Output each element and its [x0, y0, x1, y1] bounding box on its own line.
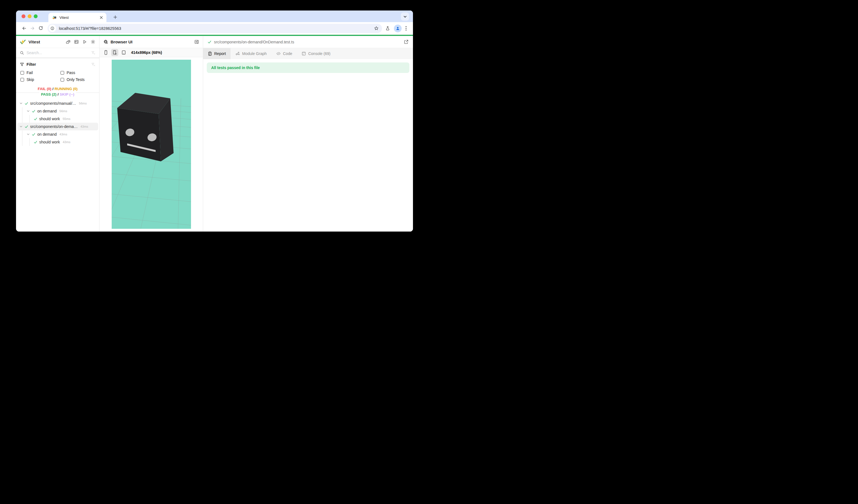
- test-label: on demand: [37, 109, 57, 113]
- test-file-path: src/components/on-demand/OnDemand.test.t…: [214, 40, 401, 44]
- new-tab-button[interactable]: [111, 13, 119, 21]
- device-mobile-plus-icon[interactable]: [111, 49, 118, 56]
- tab-module-graph[interactable]: Module Graph: [231, 48, 271, 59]
- chevron-down-icon[interactable]: [19, 125, 23, 128]
- dock-panel-right-icon[interactable]: [194, 39, 199, 44]
- test-label: should work: [39, 117, 60, 121]
- test-duration: 43ms: [63, 140, 70, 144]
- robot-cube: [117, 93, 174, 161]
- viewport-area: [99, 57, 203, 231]
- device-tablet-icon[interactable]: [120, 49, 127, 56]
- filter-checkbox-only-tests[interactable]: Only Tests: [61, 77, 95, 82]
- checkbox[interactable]: [61, 71, 64, 75]
- tab-code[interactable]: Code: [271, 48, 297, 59]
- collapse-tests-icon[interactable]: [66, 39, 70, 44]
- report-tabs: Report Module Graph Code: [203, 48, 413, 59]
- fail-count: FAIL (0): [38, 87, 51, 91]
- test-duration: 56ms: [60, 110, 67, 113]
- chevron-down-icon[interactable]: [19, 102, 23, 105]
- filter-section: Filter Fail Pass Skip Only Tests: [16, 58, 99, 82]
- clear-search-filter-icon[interactable]: [91, 51, 95, 55]
- run-all-icon[interactable]: [82, 39, 87, 44]
- close-tab-icon[interactable]: [99, 15, 104, 20]
- test-duration: 43ms: [60, 133, 67, 136]
- test-label: src/components/on-dema…: [30, 124, 78, 129]
- tree-row-test[interactable]: should work 43ms: [16, 138, 99, 146]
- report-clipboard-icon: [208, 51, 212, 56]
- tree-row-file-selected[interactable]: src/components/on-dema… 43ms: [17, 123, 98, 130]
- tab-strip: Vitest: [16, 11, 413, 22]
- app-title: Vitest: [29, 39, 64, 45]
- tab-label: Console (69): [308, 51, 330, 56]
- chevron-down-icon[interactable]: [27, 133, 30, 136]
- theme-toggle-sun-icon[interactable]: [91, 39, 95, 44]
- module-graph-icon: [235, 51, 240, 56]
- skip-count: SKIP (--): [60, 92, 74, 96]
- file-pass-check-icon: [208, 40, 211, 44]
- url-text[interactable]: localhost:5173/#/?file=1828625563: [59, 26, 372, 31]
- clear-filters-icon[interactable]: [91, 63, 95, 67]
- menu-dots-icon[interactable]: [406, 26, 407, 31]
- tab-title: Vitest: [60, 15, 99, 20]
- tree-row-test[interactable]: should work 55ms: [16, 115, 99, 123]
- bookmark-star-icon[interactable]: [372, 25, 380, 32]
- filter-checkbox-pass[interactable]: Pass: [61, 70, 95, 75]
- code-icon: [276, 52, 281, 55]
- checkbox[interactable]: [61, 78, 64, 82]
- tree-row-suite[interactable]: on demand 56ms: [16, 107, 99, 115]
- filter-label: Fail: [27, 70, 33, 75]
- checkbox[interactable]: [20, 78, 24, 82]
- vitest-logo-icon: [20, 39, 26, 45]
- screen: Vitest: [0, 0, 429, 252]
- device-toolbar: 414x896px (68%): [99, 48, 203, 57]
- report-panel: src/components/on-demand/OnDemand.test.t…: [203, 36, 413, 231]
- filter-options: Fail Pass Skip Only Tests: [20, 70, 95, 82]
- zoom-window-button[interactable]: [34, 14, 37, 18]
- browser-tab[interactable]: Vitest: [48, 13, 107, 22]
- funnel-icon: [20, 63, 24, 67]
- tab-search-chevron-icon[interactable]: [401, 13, 409, 21]
- favicon: [52, 15, 57, 20]
- back-icon[interactable]: [20, 24, 28, 33]
- checkbox[interactable]: [20, 71, 24, 75]
- test-label: on demand: [37, 132, 57, 136]
- vitest-ui: Vitest: [16, 36, 413, 231]
- forward-icon[interactable]: [28, 24, 36, 33]
- tree-row-file[interactable]: src/components/manual/… 56ms: [16, 99, 99, 107]
- toolbar-actions: [385, 25, 407, 32]
- running-count: RUNNING (0): [54, 87, 77, 91]
- address-bar[interactable]: localhost:5173/#/?file=1828625563: [48, 24, 382, 33]
- profile-avatar[interactable]: [394, 25, 402, 32]
- tree-row-suite[interactable]: on demand 43ms: [16, 130, 99, 138]
- search-icon: [20, 51, 24, 55]
- device-mobile-small-icon[interactable]: [102, 49, 109, 56]
- minimize-window-button[interactable]: [28, 14, 32, 18]
- refresh-icon[interactable]: [36, 24, 45, 33]
- test-duration: 56ms: [79, 102, 87, 105]
- pass-check-icon: [34, 117, 37, 121]
- sidebar: Vitest: [16, 36, 99, 231]
- pass-check-icon: [34, 140, 37, 144]
- preview-header: Browser UI: [99, 36, 203, 48]
- site-info-icon[interactable]: [49, 25, 56, 32]
- search-input[interactable]: [27, 51, 89, 55]
- tab-report[interactable]: Report: [203, 48, 231, 59]
- close-window-button[interactable]: [21, 14, 26, 18]
- test-duration: 55ms: [63, 117, 70, 120]
- sidebar-header: Vitest: [16, 36, 99, 48]
- tab-console[interactable]: Console (69): [297, 48, 335, 59]
- filter-checkbox-fail[interactable]: Fail: [20, 70, 61, 75]
- all-tests-passed-banner: All tests passed in this file: [207, 63, 409, 73]
- filter-checkbox-skip[interactable]: Skip: [20, 77, 61, 82]
- pass-check-icon: [32, 133, 35, 136]
- search-row: [16, 48, 99, 58]
- preview-title: Browser UI: [111, 39, 192, 44]
- test-label: src/components/manual/…: [30, 101, 76, 105]
- tested-app-iframe[interactable]: [112, 60, 191, 229]
- experiments-flask-icon[interactable]: [385, 26, 390, 31]
- chevron-down-icon[interactable]: [27, 110, 30, 113]
- filter-label: Pass: [67, 70, 75, 75]
- pass-check-icon: [25, 125, 28, 129]
- open-external-icon[interactable]: [404, 39, 409, 44]
- dashboard-icon[interactable]: [74, 39, 79, 44]
